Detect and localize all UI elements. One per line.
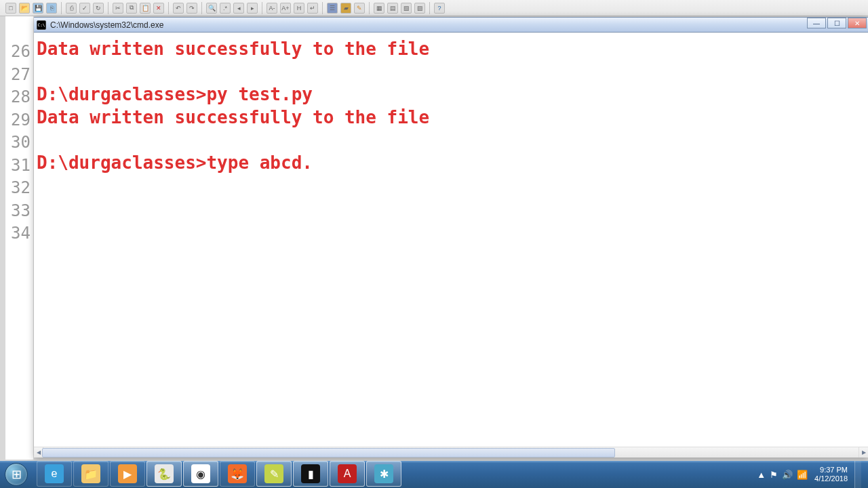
taskbar-item-firefox[interactable]: 🦊: [220, 461, 255, 487]
tool-help-icon[interactable]: ?: [434, 3, 445, 14]
tool-cut-icon[interactable]: ✂: [113, 3, 123, 14]
line-number: 28: [5, 86, 31, 109]
volume-icon[interactable]: 🔊: [782, 470, 793, 480]
taskbar-item-utility[interactable]: ✱: [366, 461, 401, 487]
cmd-window: C:\Windows\system32\cmd.exe — ☐ ✕ Data w…: [34, 17, 868, 458]
line-number: 32: [5, 177, 31, 200]
tool-prev-icon[interactable]: ◂: [233, 3, 244, 14]
editplus-icon: ✎: [264, 464, 283, 483]
clock[interactable]: 9:37 PM 4/12/2018: [814, 466, 848, 483]
taskbar: e📁▶🐍◉🦊✎▮A✱ ▲ ⚑ 🔊 📶 9:37 PM 4/12/2018: [0, 461, 868, 488]
line-number: 33: [5, 200, 31, 223]
tool-fontdec-icon[interactable]: A-: [267, 3, 277, 14]
cmd-icon: ▮: [301, 464, 320, 483]
terminal-line: Data written successfully to the file: [37, 39, 429, 59]
taskbar-item-file-explorer[interactable]: 📁: [73, 461, 108, 487]
editor-toolbar: □ 📂 💾 ⎘ ⎙ ✓ ↻ ✂ ⧉ 📋 ✕ ↶ ↷ 🔍 .* ◂ ▸ A- A+…: [0, 0, 868, 16]
line-number-gutter: 26 27 28 29 30 31 32 33 34: [5, 16, 34, 460]
task-items: e📁▶🐍◉🦊✎▮A✱: [33, 461, 401, 488]
window-title: C:\Windows\system32\cmd.exe: [50, 20, 807, 30]
network-icon[interactable]: 📶: [797, 470, 808, 480]
line-number: 27: [5, 64, 31, 87]
scroll-right-icon[interactable]: ▶: [859, 447, 868, 458]
taskbar-item-cmd[interactable]: ▮: [293, 461, 328, 487]
line-number: 30: [5, 131, 31, 155]
tool-copy-icon[interactable]: ⧉: [126, 3, 137, 14]
chrome-icon: ◉: [191, 464, 210, 483]
python-idle-icon: 🐍: [155, 464, 174, 483]
cmd-titlebar[interactable]: C:\Windows\system32\cmd.exe — ☐ ✕: [34, 18, 868, 33]
scrollbar-thumb[interactable]: [42, 448, 615, 458]
tool-open-icon[interactable]: 📂: [19, 3, 30, 14]
tool-spell-icon[interactable]: ✓: [79, 3, 90, 14]
tool-next-icon[interactable]: ▸: [247, 3, 258, 14]
line-number: 34: [5, 222, 31, 245]
tool-find-icon[interactable]: 🔍: [206, 3, 217, 14]
system-tray: ▲ ⚑ 🔊 📶 9:37 PM 4/12/2018: [757, 461, 868, 488]
cmd-icon: [37, 20, 46, 30]
tool-delete-icon[interactable]: ✕: [153, 3, 164, 14]
line-number: 31: [5, 155, 31, 178]
tool-undo-icon[interactable]: ↶: [173, 3, 184, 14]
date-text: 4/12/2018: [814, 474, 848, 483]
windows-logo-icon: [5, 463, 28, 486]
tool-col-icon[interactable]: ▦: [374, 3, 384, 14]
internet-explorer-icon: e: [45, 464, 64, 483]
line-number: 29: [5, 109, 31, 132]
terminal-line: D:\durgaclasses>py test.py: [37, 84, 313, 104]
line-number: 26: [5, 41, 31, 64]
tool-wrap-icon[interactable]: ↵: [307, 3, 318, 14]
tray-overflow-icon[interactable]: ▲: [757, 470, 766, 480]
tool-fontinc-icon[interactable]: A+: [280, 3, 291, 14]
tool-findreg-icon[interactable]: .*: [220, 3, 231, 14]
taskbar-item-internet-explorer[interactable]: e: [37, 461, 72, 487]
horizontal-scrollbar[interactable]: ◀ ▶: [34, 447, 868, 458]
taskbar-item-adobe-reader[interactable]: A: [330, 461, 365, 487]
tool-save-icon[interactable]: 💾: [33, 3, 43, 14]
terminal-body[interactable]: Data written successfully to the file D:…: [34, 33, 868, 447]
firefox-icon: 🦊: [228, 464, 247, 483]
time-text: 9:37 PM: [814, 466, 848, 474]
tool-refresh-icon[interactable]: ↻: [93, 3, 104, 14]
tool-marker-icon[interactable]: ✎: [354, 3, 365, 14]
terminal-line: Data written successfully to the file: [37, 107, 429, 127]
taskbar-item-media-player[interactable]: ▶: [110, 461, 145, 487]
action-center-icon[interactable]: ⚑: [770, 470, 778, 480]
tool-grid2-icon[interactable]: ▨: [414, 3, 425, 14]
adobe-reader-icon: A: [338, 464, 357, 483]
tool-row-icon[interactable]: ▤: [387, 3, 398, 14]
tool-print-icon[interactable]: ⎙: [66, 3, 77, 14]
minimize-button[interactable]: —: [807, 18, 826, 28]
utility-icon: ✱: [374, 464, 393, 483]
tool-highlight-icon[interactable]: ▰: [340, 3, 351, 14]
tool-grid-icon[interactable]: ▧: [401, 3, 412, 14]
tool-redo-icon[interactable]: ↷: [186, 3, 197, 14]
show-desktop-button[interactable]: [854, 461, 861, 488]
taskbar-item-chrome[interactable]: ◉: [183, 461, 218, 487]
media-player-icon: ▶: [118, 464, 137, 483]
taskbar-item-python-idle[interactable]: 🐍: [146, 461, 182, 487]
close-button[interactable]: ✕: [848, 18, 867, 28]
tool-new-icon[interactable]: □: [5, 3, 16, 14]
taskbar-item-editplus[interactable]: ✎: [256, 461, 292, 487]
file-explorer-icon: 📁: [81, 464, 100, 483]
maximize-button[interactable]: ☐: [827, 18, 846, 28]
start-button[interactable]: [0, 461, 33, 488]
tool-paste-icon[interactable]: 📋: [140, 3, 151, 14]
terminal-line: D:\durgaclasses>type abcd.: [37, 152, 313, 173]
tool-h-icon[interactable]: H: [294, 3, 304, 14]
tool-saveall-icon[interactable]: ⎘: [46, 3, 57, 14]
tool-panel-icon[interactable]: ☰: [327, 3, 338, 14]
